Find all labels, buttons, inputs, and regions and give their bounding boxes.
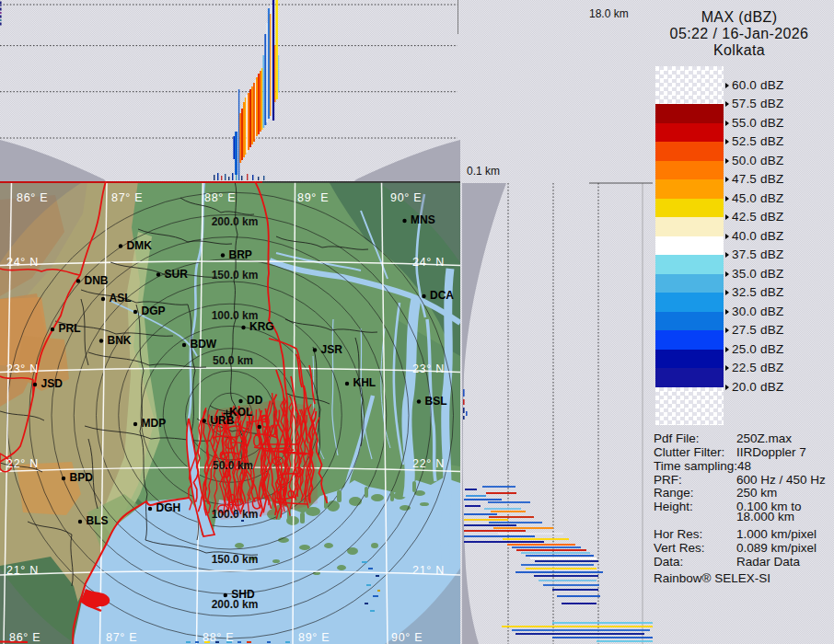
svg-text:BNK: BNK: [108, 334, 132, 347]
svg-text:50.0 km: 50.0 km: [213, 354, 253, 367]
svg-text:DNB: DNB: [85, 274, 109, 287]
svg-text:BRP: BRP: [229, 248, 252, 261]
svg-text:90° E: 90° E: [391, 631, 423, 644]
svg-text:88° E: 88° E: [203, 631, 234, 644]
svg-text:BDW: BDW: [191, 338, 217, 351]
svg-text:50.0 km: 50.0 km: [213, 459, 253, 472]
svg-text:150.0 km: 150.0 km: [212, 553, 259, 566]
svg-text:24° N: 24° N: [6, 256, 39, 269]
svg-text:BSL: BSL: [425, 395, 447, 408]
svg-text:KHL: KHL: [353, 376, 376, 389]
svg-text:87° E: 87° E: [111, 191, 143, 204]
svg-text:BLS: BLS: [87, 514, 109, 527]
svg-text:MNS: MNS: [411, 213, 435, 226]
svg-text:MDP: MDP: [142, 417, 167, 430]
svg-text:DD: DD: [247, 394, 263, 407]
svg-text:JSR: JSR: [321, 343, 343, 356]
svg-text:DCA: DCA: [430, 289, 454, 302]
svg-text:SUR: SUR: [165, 268, 189, 281]
svg-text:DGH: DGH: [156, 501, 181, 514]
svg-text:PRL: PRL: [59, 322, 81, 335]
svg-text:86° E: 86° E: [17, 191, 48, 204]
svg-text:KRG: KRG: [249, 320, 274, 333]
svg-text:200.0 km: 200.0 km: [212, 215, 259, 228]
svg-text:90° E: 90° E: [390, 191, 422, 204]
svg-text:JSD: JSD: [41, 377, 64, 390]
svg-text:150.0 km: 150.0 km: [212, 269, 259, 282]
svg-text:21° N: 21° N: [412, 564, 445, 577]
svg-text:DMK: DMK: [127, 239, 153, 252]
svg-text:89° E: 89° E: [298, 631, 330, 644]
svg-text:87° E: 87° E: [106, 631, 137, 644]
svg-text:ASL: ASL: [110, 292, 132, 305]
svg-text:DGP: DGP: [142, 305, 166, 317]
svg-text:24° N: 24° N: [412, 256, 445, 269]
svg-text:SHD: SHD: [231, 588, 255, 601]
svg-text:23° N: 23° N: [6, 362, 39, 375]
svg-text:21° N: 21° N: [6, 564, 39, 577]
svg-text:89° E: 89° E: [297, 191, 329, 204]
svg-text:22° N: 22° N: [412, 457, 445, 470]
svg-text:88° E: 88° E: [204, 191, 236, 204]
svg-text:100.0 km: 100.0 km: [212, 508, 259, 521]
svg-text:22° N: 22° N: [6, 457, 39, 470]
svg-text:23° N: 23° N: [412, 362, 445, 375]
svg-text:KOL: KOL: [229, 406, 252, 419]
svg-text:BPD: BPD: [70, 471, 94, 484]
svg-text:86° E: 86° E: [9, 631, 41, 644]
